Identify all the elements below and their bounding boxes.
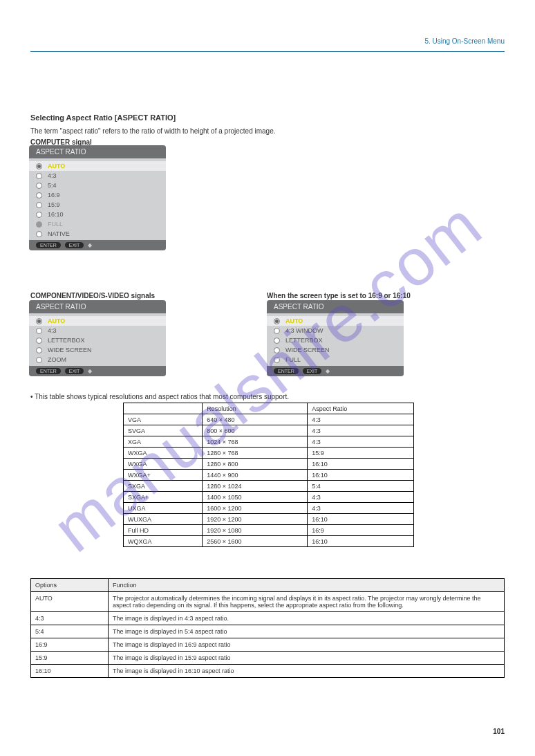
osd-item[interactable]: LETTERBOX [29, 335, 166, 345]
osd-item[interactable]: AUTO [29, 161, 166, 171]
osd-item[interactable]: FULL [267, 355, 404, 365]
table-cell: UXGA [124, 503, 203, 514]
table-cell: 1280 × 768 [203, 448, 308, 459]
osd-item[interactable]: WIDE SCREEN [29, 345, 166, 355]
table-cell: The image is displayed in 4:3 aspect rat… [109, 612, 505, 625]
table-cell: 1440 × 900 [203, 470, 308, 481]
osd-footer: ENTER EXIT ◆ [29, 240, 166, 250]
table-cell: 4:3 [308, 414, 414, 425]
osd-item[interactable]: NATIVE [29, 229, 166, 239]
radio-icon [36, 231, 42, 237]
radio-icon [36, 357, 42, 363]
exit-button[interactable]: EXIT [303, 368, 322, 374]
arrow-icon: ◆ [326, 368, 330, 374]
table-row: SVGA800 × 6004:3 [124, 425, 414, 436]
osd-item[interactable]: AUTO [267, 316, 404, 326]
table-cell: The image is displayed in 16:9 aspect ra… [109, 638, 505, 652]
exit-button[interactable]: EXIT [65, 242, 84, 248]
table-cell: 1600 × 1200 [203, 503, 308, 514]
table-header: Function [109, 579, 505, 592]
resolution-table: Resolution Aspect Ratio VGA640 × 4804:3S… [123, 403, 414, 547]
osd-item[interactable]: 5:4 [29, 181, 166, 190]
table-cell: WUXGA [124, 514, 203, 525]
table-cell: VGA [124, 414, 203, 425]
exit-button[interactable]: EXIT [65, 368, 84, 374]
table-header: Aspect Ratio [308, 403, 414, 414]
radio-icon [274, 328, 280, 334]
radio-icon [36, 173, 42, 179]
enter-button[interactable]: ENTER [36, 368, 61, 374]
table-cell: AUTO [31, 592, 109, 612]
osd-title: ASPECT RATIO [29, 145, 166, 158]
page-number: 101 [493, 728, 505, 735]
radio-icon [36, 328, 42, 334]
osd-item[interactable]: WIDE SCREEN [267, 345, 404, 355]
table-cell: The image is displayed in 5:4 aspect rat… [109, 625, 505, 638]
table-cell: 4:3 [308, 425, 414, 436]
table-cell: 1920 × 1200 [203, 514, 308, 525]
radio-icon [36, 202, 42, 208]
osd-item[interactable]: 15:9 [29, 200, 166, 210]
table-cell: 4:3 [308, 492, 414, 503]
osd-item[interactable]: 4:3 [29, 171, 166, 181]
arrow-icon: ◆ [88, 242, 92, 248]
enter-button[interactable]: ENTER [36, 242, 61, 248]
radio-icon [274, 318, 280, 324]
table-header: Resolution [203, 403, 308, 414]
table-row: 16:10The image is displayed in 16:10 asp… [31, 665, 505, 678]
osd-item[interactable]: AUTO [29, 316, 166, 326]
table-cell: 2560 × 1600 [203, 536, 308, 547]
radio-icon [274, 347, 280, 353]
radio-icon [36, 183, 42, 189]
table-cell: 16:10 [308, 459, 414, 470]
table-row: XGA1024 × 7684:3 [124, 436, 414, 448]
osd-title: ASPECT RATIO [267, 300, 404, 313]
table-row: WXGA1280 × 80016:10 [124, 459, 414, 470]
osd-item[interactable]: LETTERBOX [267, 335, 404, 345]
osd-panel-4-3: ASPECT RATIO AUTO 4:3 LETTERBOX WIDE SCR… [29, 300, 166, 376]
radio-icon [36, 338, 42, 344]
table-cell: 5:4 [31, 625, 109, 638]
table-cell: SXGA [124, 481, 203, 492]
section-title: Selecting Aspect Ratio [ASPECT RATIO] [30, 113, 176, 122]
table-row: SXGA+1400 × 10504:3 [124, 492, 414, 503]
table-cell: 16:9 [308, 525, 414, 536]
table-header: Options [31, 579, 109, 592]
radio-icon [36, 192, 42, 199]
table-row: 15:9The image is displayed in 15:9 aspec… [31, 652, 505, 665]
table-cell: The image is displayed in 15:9 aspect ra… [109, 652, 505, 665]
table-cell: 16:10 [308, 470, 414, 481]
table-row: UXGA1600 × 12004:3 [124, 503, 414, 514]
table-cell: 640 × 480 [203, 414, 308, 425]
osd-item[interactable]: 16:9 [29, 190, 166, 200]
table-cell: 16:10 [308, 536, 414, 547]
radio-icon [274, 338, 280, 344]
osd-item[interactable]: ZOOM [29, 355, 166, 365]
table-row: SXGA1280 × 10245:4 [124, 481, 414, 492]
table-cell: 1400 × 1050 [203, 492, 308, 503]
osd-footer: ENTER EXIT ◆ [29, 366, 166, 376]
table-row: WQXGA2560 × 160016:10 [124, 536, 414, 547]
osd-footer: ENTER EXIT ◆ [267, 366, 404, 376]
table-row: WUXGA1920 × 120016:10 [124, 514, 414, 525]
table-cell: The projector automatically determines t… [109, 592, 505, 612]
radio-icon [36, 163, 42, 169]
osd-title: ASPECT RATIO [29, 300, 166, 313]
table-row: 16:9The image is displayed in 16:9 aspec… [31, 638, 505, 652]
table-cell: WQXGA [124, 536, 203, 547]
osd-item[interactable]: 16:10 [29, 210, 166, 219]
table-cell: 16:10 [31, 665, 109, 678]
osd-item[interactable]: 4:3 [29, 326, 166, 335]
table-row: WXGA+1440 × 90016:10 [124, 470, 414, 481]
osd-item[interactable]: 4:3 WINDOW [267, 326, 404, 335]
table-cell: WXGA [124, 459, 203, 470]
table-cell: 15:9 [31, 652, 109, 665]
table-cell: 1920 × 1080 [203, 525, 308, 536]
table-cell: 1024 × 768 [203, 436, 308, 448]
radio-icon [274, 357, 280, 363]
arrow-icon: ◆ [88, 368, 92, 374]
enter-button[interactable]: ENTER [274, 368, 299, 374]
label-video-16-9: When the screen type is set to 16:9 or 1… [267, 292, 411, 299]
table-cell: SVGA [124, 425, 203, 436]
table-row: 4:3The image is displayed in 4:3 aspect … [31, 612, 505, 625]
